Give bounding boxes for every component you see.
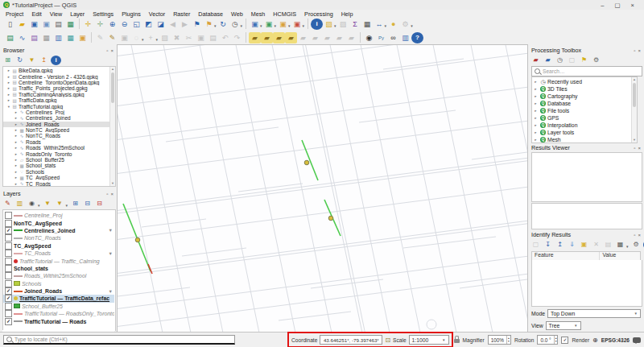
toolbox-item[interactable]: ▸QMesh [533,136,631,143]
zoom-in-icon[interactable]: ⊕ [106,19,118,30]
toolbox-results-icon[interactable]: ▢ [567,56,577,65]
clear-results-icon[interactable]: ✕ [591,240,601,250]
paste-features-icon[interactable]: ▤ [207,32,219,43]
toolbox-models-icon[interactable]: ▰ [530,56,541,65]
add-feature-icon[interactable]: ◌ [130,32,142,43]
toolbox-edit-features-icon[interactable]: ⚑ [579,56,589,65]
browser-item[interactable]: ▸▤TrafficCalmingAnalysis.gpkg [3,92,109,97]
identify-mode-icon-dropdown[interactable]: ▾ [626,244,629,249]
browser-item[interactable]: ▸∿Roads_Within25mSchool [3,145,109,151]
layer-item[interactable]: ✓Centrelines_Joined▼ [3,227,114,234]
layer-item[interactable]: NonTC_Roads [3,234,114,242]
zoom-next-icon[interactable]: ▶ [179,19,191,30]
expand-arrow-icon[interactable]: ▸ [533,80,539,84]
remove-layer-icon[interactable]: ⊟ [94,199,105,209]
attribute-table-icon[interactable]: ▦ [361,19,374,30]
deselect-features-icon[interactable]: ▨ [337,19,349,30]
browser-item[interactable]: ▸∿Centrelines_Joined [3,115,109,121]
panel-close-button[interactable]: × [638,48,641,53]
layer-labeling-icon[interactable]: ▰ [249,32,261,43]
measure-icon-dropdown[interactable]: ▾ [385,23,387,28]
browser-item[interactable]: ▸∵Schools [3,169,109,175]
move-label-icon[interactable]: ▰ [321,32,333,43]
toolbox-scrollbar[interactable]: ▲ ▼ [631,77,637,143]
diagram-toolbar-icon[interactable]: ▰ [285,32,297,43]
filter-expression-icon-dropdown[interactable]: ▾ [66,203,68,208]
help-icon[interactable]: ? [411,32,423,43]
zoom-to-selection-icon[interactable]: ◩ [142,19,155,30]
select-features-icon[interactable]: ▨ [323,19,335,30]
layer-item[interactable]: School_Buffer25 [3,303,114,310]
extents-toggle-icon[interactable]: ⊡ [385,337,390,344]
panel-undock-button[interactable]: ▫ [106,192,108,196]
rotate-label-icon[interactable]: ▰ [333,32,345,43]
search-plugin-icon[interactable]: ∞ [387,32,399,43]
add-delimited-text-icon[interactable]: ▣ [291,19,303,30]
layer-checkbox[interactable] [5,234,12,242]
new-print-layout-icon[interactable]: ▤ [52,19,64,30]
map-tips-icon[interactable]: ● [387,19,399,30]
new-shapefile-icon[interactable]: ∿ [16,32,28,43]
toolbox-item[interactable]: ▸Q3D Tiles [533,85,631,93]
browser-item[interactable]: ▸▦TC_AvgSpeed [3,175,109,180]
expand-arrow-icon[interactable]: ▸ [533,123,539,127]
panel-undock-button[interactable]: ▫ [106,48,108,53]
panel-undock-button[interactable]: ▫ [634,233,635,238]
layer-item[interactable]: TrafficTutorial — Traffic_Calming [3,257,114,264]
locate-input[interactable]: Type to locate (Ctrl+K) [3,335,235,345]
expand-all-icon[interactable]: ⊞ [70,199,80,209]
layer-item[interactable]: NonTC_AvgSpeed [3,219,114,226]
toolbox-item[interactable]: ▸◷Recently used [533,78,631,85]
browser-item[interactable]: ▸▤Centreline - Version 2 - 4326.gpkg [3,73,109,79]
save-project-icon[interactable]: ▣ [28,19,40,30]
coordinate-input[interactable]: 43.646251°, -79.397463° [320,335,382,345]
stats-chart-icon[interactable]: ▥ [399,32,411,43]
current-edits-icon[interactable]: ✎ [94,32,106,43]
new-geopackage-icon[interactable]: ▤ [4,32,16,43]
save-edits-icon[interactable]: ▣ [118,32,130,43]
expand-tree-icon[interactable]: ↧ [543,240,553,250]
layer-item[interactable]: Centreline_Proj [3,212,114,219]
add-delimited-text-icon-dropdown[interactable]: ▾ [303,23,305,28]
browser-filter-icon[interactable]: ▼ [27,56,37,65]
map-canvas[interactable] [118,44,527,333]
add-mesh-layer-icon-dropdown[interactable]: ▾ [288,23,291,28]
layer-item[interactable]: ✓Joined_Roads▼ [3,287,114,295]
vertex-tool-icon[interactable]: + [145,32,157,43]
toolbox-options-icon[interactable]: ⚙ [591,56,601,65]
panel-close-button[interactable]: × [110,48,114,53]
cut-features-icon[interactable]: ✂ [183,32,195,43]
collapse-all-icon[interactable]: ⊟ [82,199,93,209]
toolbox-history-icon[interactable]: ◷ [555,56,565,65]
browser-scrollbar[interactable]: ▲ ▼ [109,67,115,186]
browser-item[interactable]: ▸▤Traffic_Points_projected.gpkg [3,85,109,91]
browser-item[interactable]: ▸∿RoadsOnly_Toronto [3,151,109,156]
browser-refresh-icon[interactable]: ↻ [14,56,25,65]
expand-arrow-icon[interactable]: ▸ [533,94,539,98]
browser-item[interactable]: ▸∿Joined_Roads [3,122,109,127]
select-features-icon-dropdown[interactable]: ▾ [334,23,336,28]
change-label-icon[interactable]: ▰ [345,32,357,43]
new-project-icon[interactable]: ▯ [4,19,16,30]
undo-icon[interactable]: ↶ [219,32,231,43]
panel-close-button[interactable]: × [110,192,114,196]
add-feature-icon-dropdown[interactable]: ▾ [142,37,144,42]
toolbox-item[interactable]: ▸QInterpolation [533,122,631,129]
layer-item[interactable]: TC_Roads▼ [3,250,114,257]
browser-item[interactable]: ▸▤TrafficData.gpkg [3,97,109,103]
refresh-map-icon[interactable]: ↻ [217,19,229,30]
browser-item[interactable]: ▸▤BikeData.gpkg [3,68,109,73]
browser-item[interactable]: ▸▦NonTC_AvgSpeed [3,127,109,133]
browser-item[interactable]: ▸▤Centreline_TorontoOpenData.gpkg [3,80,109,85]
layout-manager-icon[interactable]: ▦ [64,19,76,30]
layer-checkbox[interactable] [5,258,12,265]
python-console-icon[interactable]: Py [375,32,387,43]
layer-item[interactable]: Roads_Within25mSchool [3,272,114,279]
toolbox-item[interactable]: ▸QGPS [533,114,631,122]
new-mesh-layer-icon[interactable]: ▦ [64,32,76,43]
add-group-icon[interactable]: ▥ [14,199,25,209]
identify-features-icon[interactable]: i [311,19,323,30]
map-themes-icon[interactable]: ◉ [27,199,37,209]
zoom-to-layer-icon[interactable]: ◪ [155,19,167,30]
map-themes-icon-dropdown[interactable]: ▾ [38,203,40,208]
